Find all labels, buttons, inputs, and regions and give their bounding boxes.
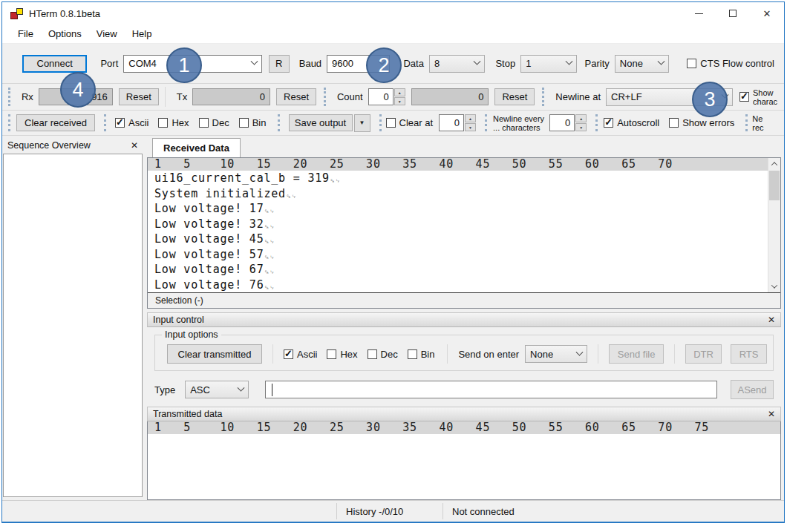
connect-button[interactable]: Connect — [22, 55, 87, 73]
save-output-button[interactable]: Save output — [289, 114, 353, 131]
checkbox-hex[interactable]: Hex — [327, 349, 357, 360]
toolbar-grip[interactable] — [278, 114, 281, 131]
type-value: ASC — [190, 384, 210, 395]
minimize-button[interactable] — [682, 2, 716, 24]
parity-combobox[interactable]: None — [615, 55, 669, 73]
menu-view[interactable]: View — [90, 25, 124, 42]
dropdown-arrow-icon: ▼ — [359, 119, 365, 126]
scrollbar-track[interactable] — [768, 201, 780, 280]
scroll-down-icon[interactable] — [768, 280, 780, 292]
data-bits-combobox[interactable]: 8 — [429, 55, 485, 73]
input-control-close-button[interactable]: ✕ — [768, 315, 775, 325]
sequence-overview-close-button[interactable]: ✕ — [131, 140, 138, 151]
spin-up-icon[interactable]: ▲ — [394, 88, 405, 96]
count-spinner[interactable]: 0 ▲ ▼ — [368, 88, 405, 105]
port-value: COM4 — [128, 58, 157, 69]
title-bar: HTerm 0.8.1beta ✕ — [2, 2, 784, 24]
rts-button[interactable]: RTS — [731, 344, 767, 364]
toolbar-grip[interactable] — [8, 114, 12, 131]
toolbar-grip[interactable] — [8, 88, 12, 106]
clear-transmitted-button[interactable]: Clear transmitted — [167, 344, 262, 364]
toolbar-grip[interactable] — [485, 114, 489, 131]
scroll-up-icon[interactable] — [768, 158, 780, 170]
newline-at-value: CR+LF — [611, 91, 642, 102]
newline-every-spinner[interactable]: 0 ▲ ▼ — [549, 114, 587, 131]
received-line-text: Low voltage! 32 — [154, 217, 264, 231]
toolbar-grip[interactable] — [595, 114, 599, 131]
dtr-button[interactable]: DTR — [685, 344, 722, 364]
show-errors-label: Show errors — [682, 117, 734, 128]
transmitted-data-close-button[interactable]: ✕ — [768, 409, 775, 419]
scrollbar-thumb[interactable] — [769, 171, 780, 200]
show-newline-characters-checkbox[interactable]: Show charac — [739, 88, 784, 106]
show-errors-checkbox[interactable]: Show errors — [669, 117, 734, 128]
spin-up-icon[interactable]: ▲ — [465, 114, 476, 122]
close-button[interactable]: ✕ — [750, 2, 784, 24]
cts-flow-control-label: CTS Flow control — [700, 58, 774, 69]
input-control-title: Input control — [153, 315, 204, 325]
checkbox-ascii[interactable]: Ascii — [115, 117, 148, 128]
clear-at-spinner[interactable]: 0 ▲ ▼ — [439, 114, 476, 131]
spin-down-icon[interactable]: ▼ — [465, 123, 476, 131]
toolbar-grip[interactable] — [745, 114, 749, 131]
tx-label: Tx — [177, 91, 187, 102]
checkbox-hex[interactable]: Hex — [158, 117, 189, 128]
input-options-groupbox: Input options Clear transmitted AsciiHex… — [154, 335, 774, 371]
send-file-button[interactable]: Send file — [609, 344, 664, 364]
count-reset-button[interactable]: Reset — [494, 88, 535, 105]
received-scrollbar[interactable] — [768, 158, 780, 292]
checkbox-dec[interactable]: Dec — [368, 349, 398, 360]
rx-reset-button[interactable]: Reset — [119, 88, 159, 105]
newline-chars-icon: ␍␊ — [264, 254, 274, 261]
checkbox-bin[interactable]: Bin — [408, 349, 435, 360]
checkbox-ascii[interactable]: Ascii — [284, 349, 317, 360]
type-combobox[interactable]: ASC — [185, 381, 249, 398]
checkbox-bin[interactable]: Bin — [239, 117, 267, 128]
clear-received-button[interactable]: Clear received — [16, 114, 95, 131]
data-bits-value: 8 — [434, 58, 440, 69]
newline-chars-icon: ␍␊ — [264, 284, 274, 292]
menu-help[interactable]: Help — [125, 25, 159, 42]
spin-down-icon[interactable]: ▼ — [394, 97, 405, 105]
asend-button[interactable]: ASend — [731, 380, 774, 399]
newline-chars-icon: ␍␊ — [264, 208, 274, 215]
tx-reset-button[interactable]: Reset — [276, 88, 316, 105]
received-line: ui16_current_cal_b = 319␍␊ — [154, 172, 768, 188]
transmitted-data-view[interactable]: 1 5 10 15 20 25 30 35 40 45 50 55 60 65 … — [147, 421, 781, 500]
tab-received-data[interactable]: Received Data — [152, 138, 241, 157]
clear-at-checkbox[interactable]: Clear at — [386, 117, 434, 128]
toolbar-grip[interactable] — [324, 88, 327, 106]
toolbar-grip[interactable] — [542, 88, 546, 106]
show-characters-label-line1: Show — [753, 88, 784, 97]
received-line: Low voltage! 17␍␊ — [154, 203, 768, 218]
checkbox-label: Hex — [172, 117, 189, 128]
separator — [674, 344, 675, 364]
clear-at-spinner-value: 0 — [439, 114, 464, 131]
data-bits-label: Data — [403, 58, 423, 69]
received-line: Low voltage! 32␍␊ — [154, 218, 768, 234]
spin-down-icon[interactable]: ▼ — [575, 123, 587, 131]
received-data-view[interactable]: 1 5 10 15 20 25 30 35 40 45 50 55 60 65 … — [148, 158, 768, 292]
save-output-menu-button[interactable]: ▼ — [354, 114, 370, 132]
spin-up-icon[interactable]: ▲ — [575, 114, 587, 122]
transmitted-data-panel: Transmitted data ✕ 1 5 10 15 20 25 30 35… — [147, 407, 781, 500]
menu-options[interactable]: Options — [42, 25, 88, 42]
rescan-ports-button[interactable]: R — [269, 55, 290, 73]
send-on-enter-combobox[interactable]: None — [525, 345, 587, 363]
stop-bits-combobox[interactable]: 1 — [520, 55, 576, 73]
cts-flow-control-checkbox[interactable]: CTS Flow control — [687, 58, 774, 69]
checkbox-box — [327, 349, 336, 359]
received-line-text: Low voltage! 17 — [154, 202, 264, 215]
input-control-panel: Input control ✕ Input options Clear tran… — [147, 312, 781, 407]
checkbox-label: Bin — [421, 349, 435, 360]
maximize-button[interactable] — [716, 2, 750, 24]
checkbox-dec[interactable]: Dec — [199, 117, 229, 128]
received-text: ui16_current_cal_b = 319␍␊System initial… — [148, 171, 768, 292]
autoscroll-checkbox[interactable]: Autoscroll — [604, 117, 659, 128]
toolbar-grip[interactable] — [104, 114, 108, 131]
sequence-overview-list[interactable] — [3, 154, 143, 497]
toolbar-grip[interactable] — [379, 114, 383, 131]
send-text-input[interactable] — [265, 381, 717, 398]
clipped-label-line1: Ne — [752, 114, 768, 123]
menu-file[interactable]: File — [11, 25, 40, 42]
